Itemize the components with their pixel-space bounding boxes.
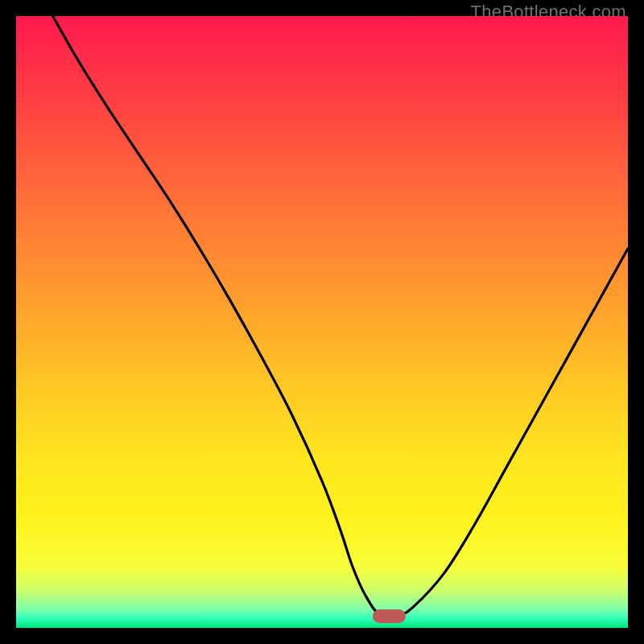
optimal-marker xyxy=(373,609,407,623)
plot-area xyxy=(16,16,628,628)
chart-frame: TheBottleneck.com xyxy=(0,0,644,644)
bottleneck-curve xyxy=(16,16,628,628)
